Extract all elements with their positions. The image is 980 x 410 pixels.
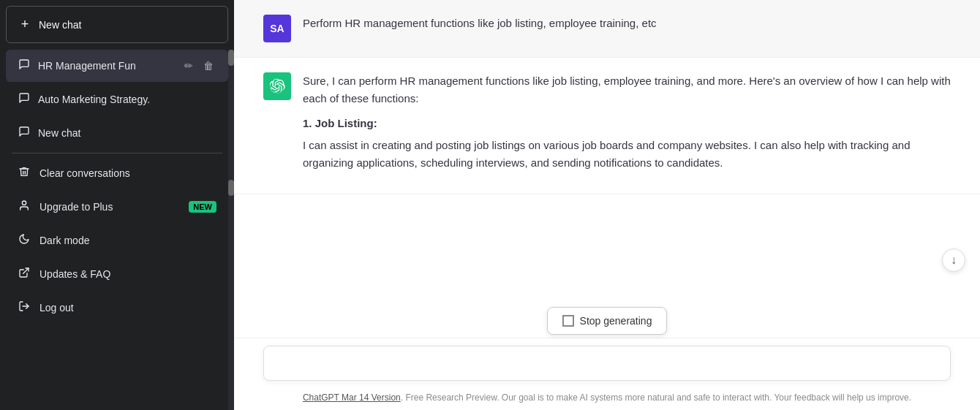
svg-point-0 <box>22 201 26 205</box>
chat-icon-3 <box>18 126 31 140</box>
dark-mode-label: Dark mode <box>39 235 89 246</box>
version-link[interactable]: ChatGPT Mar 14 Version <box>303 392 401 403</box>
sidebar-scroll-area: HR Management Fun ✏ 🗑 Auto Marketing Str… <box>0 49 234 410</box>
updates-faq-label: Updates & FAQ <box>39 268 110 280</box>
scrollbar-thumb-top[interactable] <box>228 50 234 66</box>
new-chat-item-label: New chat <box>38 127 216 139</box>
bot-response-intro: Sure, I can perform HR management functi… <box>303 72 951 107</box>
chat-icon-2 <box>18 92 31 107</box>
moon-icon <box>18 233 31 248</box>
sidebar-scrollbar-track <box>228 50 234 410</box>
svg-line-1 <box>23 268 29 273</box>
new-chat-label: New chat <box>39 19 81 31</box>
scrollbar-thumb-bottom[interactable] <box>228 180 234 196</box>
sidebar: + New chat HR Management Fun ✏ 🗑 <box>0 0 234 410</box>
stop-icon <box>562 315 574 327</box>
user-initials: SA <box>270 23 284 34</box>
sidebar-action-logout[interactable]: Log out <box>6 292 228 324</box>
logout-icon <box>18 300 31 315</box>
footer-text: . Free Research Preview. Our goal is to … <box>401 392 911 403</box>
main-content: SA Perform HR management functions like … <box>234 0 980 410</box>
plus-icon: + <box>18 17 31 32</box>
trash-icon <box>18 166 31 181</box>
chat-item-actions: ✏ 🗑 <box>181 58 216 73</box>
log-out-label: Log out <box>39 302 74 314</box>
user-message-row: SA Perform HR management functions like … <box>234 0 980 58</box>
sidebar-action-upgrade[interactable]: Upgrade to Plus NEW <box>6 191 228 223</box>
sidebar-action-dark-mode[interactable]: Dark mode <box>6 224 228 257</box>
sidebar-divider <box>12 153 222 153</box>
auto-marketing-label: Auto Marketing Strategy. <box>38 94 216 105</box>
upgrade-label: Upgrade to Plus <box>39 201 113 213</box>
delete-chat-button[interactable]: 🗑 <box>200 58 216 73</box>
bot-response-body: I can assist in creating and posting job… <box>303 137 951 172</box>
new-chat-button[interactable]: + New chat <box>6 6 228 43</box>
user-icon <box>18 200 31 214</box>
user-message-content: Perform HR management functions like job… <box>303 15 951 39</box>
hr-management-label: HR Management Fun <box>38 60 174 72</box>
sidebar-item-auto-marketing[interactable]: Auto Marketing Strategy. <box>6 83 228 115</box>
external-link-icon <box>18 267 31 281</box>
edit-chat-button[interactable]: ✏ <box>181 58 196 73</box>
sidebar-action-updates[interactable]: Updates & FAQ <box>6 258 228 290</box>
input-area <box>234 338 980 387</box>
stop-generating-button[interactable]: Stop generating <box>547 307 668 335</box>
stop-generating-label: Stop generating <box>580 315 652 327</box>
chat-input[interactable] <box>263 346 951 381</box>
footer: ChatGPT Mar 14 Version. Free Research Pr… <box>234 387 980 410</box>
user-avatar: SA <box>263 15 291 42</box>
chat-icon <box>18 58 31 73</box>
user-message-text: Perform HR management functions like job… <box>303 15 951 32</box>
bot-avatar <box>263 72 291 100</box>
sidebar-item-hr-management[interactable]: HR Management Fun ✏ 🗑 <box>6 50 228 82</box>
clear-conversations-label: Clear conversations <box>39 167 130 179</box>
bot-numbered-item: 1. Job Listing: <box>303 115 951 132</box>
sidebar-action-clear[interactable]: Clear conversations <box>6 157 228 189</box>
new-badge: NEW <box>189 201 216 213</box>
stop-generating-container: Stop generating ↓ <box>234 301 980 338</box>
chevron-down-icon: ↓ <box>951 254 957 267</box>
chat-messages: SA Perform HR management functions like … <box>234 0 980 301</box>
scroll-down-button[interactable]: ↓ <box>942 248 965 272</box>
bot-message-content: Sure, I can perform HR management functi… <box>303 72 951 179</box>
sidebar-item-new-chat[interactable]: New chat <box>6 117 228 149</box>
bot-message-row: Sure, I can perform HR management functi… <box>234 58 980 194</box>
